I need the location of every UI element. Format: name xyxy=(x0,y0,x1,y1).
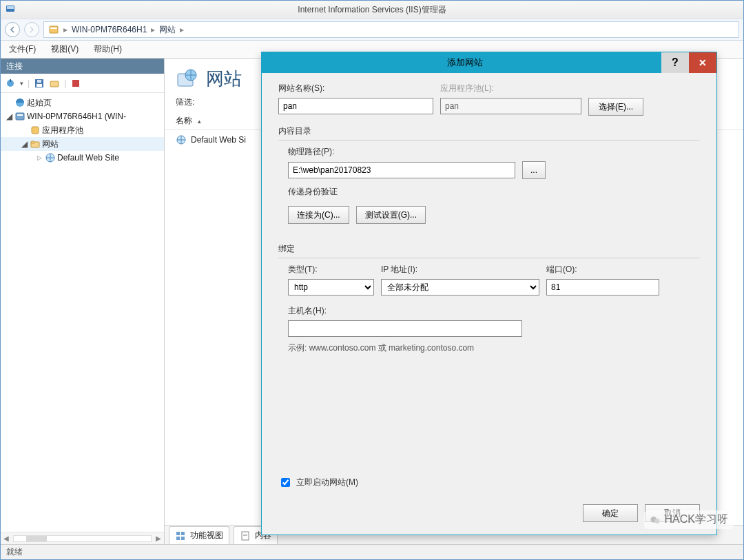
svg-rect-3 xyxy=(50,28,57,29)
tree-server-label: WIN-0PM76R646H1 (WIN- xyxy=(27,112,126,121)
start-now-input[interactable] xyxy=(281,478,290,487)
hostname-label: 主机名(H): xyxy=(288,305,700,317)
globe-icon xyxy=(45,152,56,163)
dropdown-icon[interactable]: ▾ xyxy=(20,80,23,87)
tree-app-pools[interactable]: 应用程序池 xyxy=(1,123,164,137)
help-button[interactable]: ? xyxy=(661,52,689,73)
site-name-label: 网站名称(S): xyxy=(278,83,433,94)
physical-path-input[interactable] xyxy=(288,162,515,178)
status-text: 就绪 xyxy=(6,546,23,558)
doc-icon xyxy=(240,530,251,541)
connect-as-button[interactable]: 连接为(C)... xyxy=(288,206,349,224)
close-button[interactable]: ✕ xyxy=(689,52,716,73)
sort-icon[interactable]: ▴ xyxy=(198,118,201,125)
server-icon xyxy=(14,111,25,122)
ip-select[interactable]: 全部未分配 xyxy=(381,279,539,295)
nav-forward-button[interactable] xyxy=(24,22,39,37)
svg-rect-13 xyxy=(17,114,23,116)
port-input[interactable] xyxy=(546,279,659,295)
svg-rect-8 xyxy=(37,80,41,83)
stop-icon[interactable] xyxy=(70,78,81,89)
svg-rect-1 xyxy=(7,6,14,9)
select-app-pool-button[interactable]: 选择(E)... xyxy=(588,98,643,116)
scroll-right-icon[interactable]: ▶ xyxy=(156,535,161,542)
tab-features-label: 功能视图 xyxy=(190,530,223,541)
svg-point-29 xyxy=(654,518,659,523)
tab-features[interactable]: 功能视图 xyxy=(169,526,229,544)
breadcrumb-server[interactable]: WIN-0PM76R646H1 xyxy=(72,25,147,34)
svg-rect-16 xyxy=(31,141,34,143)
menu-help[interactable]: 帮助(H) xyxy=(91,42,125,56)
svg-rect-14 xyxy=(32,127,39,134)
page-title: 网站 xyxy=(206,67,242,91)
tree-app-pools-label: 应用程序池 xyxy=(42,125,83,136)
tree-start-label: 起始页 xyxy=(27,97,52,109)
menu-file[interactable]: 文件(F) xyxy=(6,42,39,56)
dialog-body: 网站名称(S): 应用程序池(L): 选择(E)... 内容目录 物理路径(P)… xyxy=(262,73,716,535)
expand-icon[interactable]: ◢ xyxy=(5,112,13,121)
globe-icon xyxy=(176,134,187,145)
tree-default-site[interactable]: ▷ Default Web Site xyxy=(1,151,164,165)
list-item-label: Default Web Si xyxy=(191,135,246,145)
test-settings-button[interactable]: 测试设置(G)... xyxy=(356,206,426,224)
type-select[interactable]: http xyxy=(288,279,374,295)
app-pool-icon xyxy=(30,125,41,136)
tree-default-label: Default Web Site xyxy=(57,153,119,163)
svg-rect-9 xyxy=(50,81,59,87)
folder-icon xyxy=(30,138,41,149)
svg-rect-5 xyxy=(10,79,11,82)
nav-back-button[interactable] xyxy=(5,22,20,37)
ip-label: IP 地址(I): xyxy=(381,264,539,276)
browse-button[interactable]: ... xyxy=(522,161,546,179)
connections-toolbar: ▾ | | xyxy=(1,74,164,93)
window-titlebar: Internet Information Services (IIS)管理器 xyxy=(1,1,743,19)
server-icon xyxy=(48,24,59,35)
dialog-title: 添加网站 xyxy=(269,56,661,69)
passthrough-label: 传递身份验证 xyxy=(288,186,700,198)
home-icon xyxy=(14,97,25,108)
window-title: Internet Information Services (IIS)管理器 xyxy=(298,4,446,16)
address-bar: ▸ WIN-0PM76R646H1 ▸ 网站 ▸ xyxy=(1,19,743,41)
dialog-titlebar[interactable]: 添加网站 ? ✕ xyxy=(262,52,716,73)
menu-view[interactable]: 视图(V) xyxy=(48,42,81,56)
svg-rect-2 xyxy=(50,26,58,33)
status-bar: 就绪 xyxy=(1,544,743,559)
binding-header: 绑定 xyxy=(278,243,700,258)
grid-icon xyxy=(175,530,186,541)
svg-rect-24 xyxy=(181,537,185,540)
start-now-checkbox[interactable]: 立即启动网站(M) xyxy=(278,476,358,489)
scroll-left-icon[interactable]: ◀ xyxy=(3,535,9,542)
column-name[interactable]: 名称 xyxy=(176,115,192,127)
expand-icon[interactable]: ▷ xyxy=(35,154,43,161)
svg-rect-21 xyxy=(176,532,180,535)
tree-sites-label: 网站 xyxy=(42,138,59,150)
tree-server-node[interactable]: ◢ WIN-0PM76R646H1 (WIN- xyxy=(1,110,164,123)
tree-hscroll[interactable]: ◀ ▶ xyxy=(1,532,164,544)
connections-pane: 连接 ▾ | | 起始页 ◢ WIN-0PM76R646H xyxy=(1,59,165,544)
hostname-input[interactable] xyxy=(288,320,522,337)
svg-rect-27 xyxy=(243,535,247,536)
connect-icon[interactable] xyxy=(5,78,16,89)
site-name-input[interactable] xyxy=(278,98,433,114)
app-pool-label: 应用程序池(L): xyxy=(440,83,581,94)
svg-rect-23 xyxy=(176,537,180,540)
watermark-text: HACK学习呀 xyxy=(665,512,728,527)
hostname-hint: 示例: www.contoso.com 或 marketing.contoso.… xyxy=(288,342,700,354)
add-website-dialog: 添加网站 ? ✕ 网站名称(S): 应用程序池(L): 选择(E)... xyxy=(261,52,717,535)
sites-icon xyxy=(176,68,198,90)
chevron-right-icon: ▸ xyxy=(151,25,155,34)
expand-icon[interactable]: ◢ xyxy=(20,139,28,149)
start-now-label: 立即启动网站(M) xyxy=(296,477,358,488)
ok-button[interactable]: 确定 xyxy=(583,504,638,522)
tree-start-page[interactable]: 起始页 xyxy=(1,96,164,110)
connections-header: 连接 xyxy=(1,59,164,74)
chevron-right-icon: ▸ xyxy=(63,25,68,34)
browse-icon[interactable] xyxy=(49,78,60,89)
breadcrumb[interactable]: ▸ WIN-0PM76R646H1 ▸ 网站 ▸ xyxy=(43,21,739,38)
save-icon[interactable] xyxy=(34,78,45,89)
connections-tree: 起始页 ◢ WIN-0PM76R646H1 (WIN- 应用程序池 ◢ 网站 xyxy=(1,93,164,532)
breadcrumb-sites[interactable]: 网站 xyxy=(159,24,176,36)
tree-sites[interactable]: ◢ 网站 xyxy=(1,137,164,151)
svg-rect-22 xyxy=(181,532,185,535)
port-label: 端口(O): xyxy=(546,264,659,276)
